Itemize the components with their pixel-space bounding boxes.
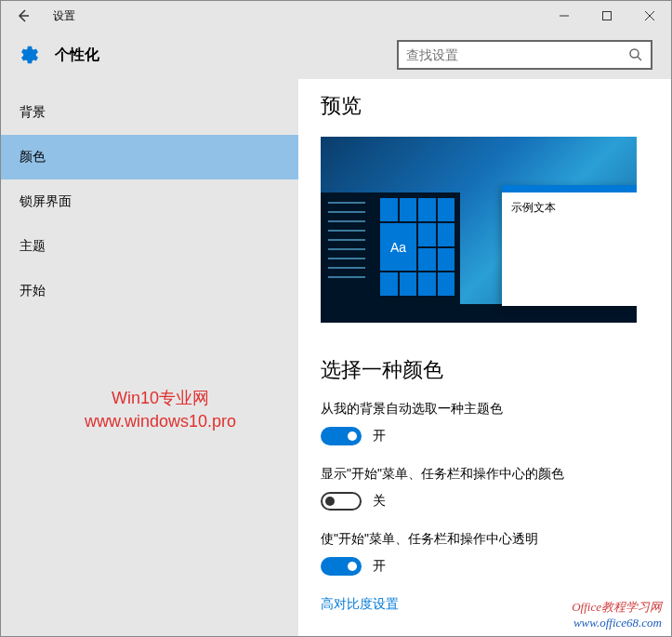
search-input[interactable] bbox=[406, 47, 628, 62]
sidebar-item-lockscreen[interactable]: 锁屏界面 bbox=[1, 179, 298, 224]
watermark-win10pro: Win10专业网 www.windows10.pro bbox=[85, 387, 236, 433]
theme-preview: Aa 示例文本 bbox=[321, 137, 637, 323]
close-icon bbox=[645, 11, 654, 20]
maximize-icon bbox=[602, 11, 612, 20]
window-controls bbox=[543, 1, 671, 31]
sample-window: 示例文本 bbox=[502, 185, 637, 306]
svg-rect-0 bbox=[603, 12, 612, 20]
back-button[interactable] bbox=[1, 1, 46, 31]
watermark-office68: Office教程学习网 www.office68.com bbox=[572, 599, 662, 630]
show-color-state: 关 bbox=[373, 493, 386, 510]
gear-icon bbox=[20, 45, 40, 65]
start-list-lines bbox=[328, 202, 365, 285]
minimize-button[interactable] bbox=[543, 1, 586, 31]
minimize-icon bbox=[560, 11, 569, 20]
content: 背景 颜色 锁屏界面 主题 开始 预览 Aa bbox=[1, 79, 671, 636]
accent-tile: Aa bbox=[380, 223, 416, 272]
show-color-toggle[interactable] bbox=[321, 492, 362, 511]
back-arrow-icon bbox=[16, 8, 31, 23]
titlebar: 设置 bbox=[1, 1, 671, 31]
header-left: 个性化 bbox=[20, 45, 99, 65]
window-title: 设置 bbox=[53, 8, 75, 24]
taskbar-preview bbox=[321, 304, 637, 323]
sidebar: 背景 颜色 锁屏界面 主题 开始 bbox=[1, 79, 298, 636]
sidebar-item-start[interactable]: 开始 bbox=[1, 269, 298, 313]
watermark2-line1: Office教程学习网 bbox=[572, 599, 662, 616]
sidebar-item-colors[interactable]: 颜色 bbox=[1, 135, 298, 179]
sidebar-item-themes[interactable]: 主题 bbox=[1, 224, 298, 269]
auto-color-state: 开 bbox=[373, 428, 386, 445]
sidebar-item-background[interactable]: 背景 bbox=[1, 90, 298, 135]
start-menu-preview: Aa bbox=[321, 192, 460, 304]
main-panel: 预览 Aa 示例文本 bbox=[298, 79, 671, 636]
watermark2-line2: www.office68.com bbox=[572, 616, 662, 630]
show-color-label: 显示"开始"菜单、任务栏和操作中心的颜色 bbox=[321, 466, 649, 483]
show-color-toggle-row: 关 bbox=[321, 492, 649, 511]
maximize-button[interactable] bbox=[586, 1, 628, 31]
svg-point-1 bbox=[630, 49, 639, 58]
transparency-toggle-row: 开 bbox=[321, 557, 649, 576]
auto-color-label: 从我的背景自动选取一种主题色 bbox=[321, 401, 649, 418]
auto-color-toggle[interactable] bbox=[321, 427, 362, 445]
preview-heading: 预览 bbox=[321, 92, 649, 120]
sample-titlebar bbox=[502, 185, 637, 192]
tile-grid: Aa bbox=[380, 198, 455, 296]
search-icon bbox=[628, 47, 643, 62]
titlebar-left: 设置 bbox=[1, 1, 75, 31]
sample-text: 示例文本 bbox=[502, 192, 637, 223]
auto-color-toggle-row: 开 bbox=[321, 427, 649, 445]
close-button[interactable] bbox=[628, 1, 671, 31]
transparency-label: 使"开始"菜单、任务栏和操作中心透明 bbox=[321, 531, 649, 548]
transparency-toggle[interactable] bbox=[321, 557, 362, 576]
header: 个性化 bbox=[1, 31, 671, 79]
page-title: 个性化 bbox=[55, 46, 99, 65]
watermark-line1: Win10专业网 bbox=[85, 387, 236, 410]
transparency-state: 开 bbox=[373, 558, 386, 575]
search-box[interactable] bbox=[397, 40, 652, 70]
choose-color-heading: 选择一种颜色 bbox=[321, 356, 649, 384]
watermark-line2: www.windows10.pro bbox=[85, 410, 236, 433]
